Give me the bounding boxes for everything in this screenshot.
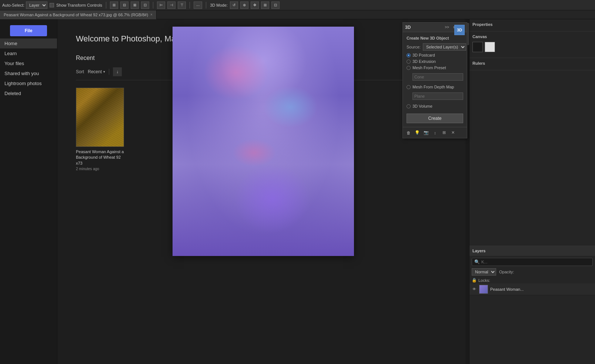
layers-search-input[interactable] (481, 260, 590, 264)
sidebar-item-deleted[interactable]: Deleted (0, 88, 57, 98)
source-select[interactable]: Selected Layer(s) (423, 43, 466, 51)
radio-mesh-depth-label: Mesh From Depth Map (412, 85, 454, 89)
panel-3d-title: 3D (405, 25, 411, 30)
sidebar-learn-label: Learn (4, 51, 17, 56)
radio-group: 3D Postcard 3D Extrusion Mesh From Prese… (407, 53, 463, 108)
properties-label: Properties (472, 22, 492, 27)
panel-footer-delete2-icon[interactable]: ✕ (449, 129, 456, 136)
radio-mesh-preset-circle (407, 66, 411, 70)
canvas-label: Canvas (472, 34, 487, 39)
sidebar-your-files-label: Your files (4, 61, 24, 66)
auto-select-label: Auto-Select: (2, 3, 24, 7)
right-panel: Properties Canvas Rulers Layers 🔍 Normal… (469, 19, 595, 364)
tab-bar: Peasant Woman Against a Background of Wh… (0, 10, 595, 19)
radio-3d-volume[interactable]: 3D Volume (407, 104, 463, 108)
radio-mesh-preset[interactable]: Mesh From Preset (407, 65, 463, 70)
3d-scale-btn[interactable]: ⊡ (271, 1, 280, 9)
properties-section: Properties (469, 19, 595, 31)
3d-roll-btn[interactable]: ⊕ (240, 1, 248, 9)
layers-panel: Layers 🔍 Normal Opacity: 🔒 Locks: 👁 Peas… (469, 246, 595, 364)
panel-footer-trash-icon[interactable]: 🗑 (405, 129, 412, 136)
radio-3d-volume-circle (407, 104, 411, 108)
radio-3d-postcard[interactable]: 3D Postcard (407, 53, 463, 57)
sort-dropdown[interactable]: Recent ▾ (88, 69, 105, 74)
panel-footer-light-icon[interactable]: 💡 (414, 129, 421, 136)
separator-3 (190, 2, 190, 9)
source-row: Source: Selected Layer(s) (407, 43, 463, 51)
radio-3d-extrusion[interactable]: 3D Extrusion (407, 59, 463, 64)
file-card-time-1: 2 minutes ago (76, 167, 124, 171)
sidebar-shared-label: Shared with you (4, 71, 39, 76)
sidebar-item-lightroom[interactable]: Lightroom photos (0, 78, 57, 88)
layers-search[interactable]: 🔍 (472, 258, 593, 266)
3d-slide-btn[interactable]: ⊞ (261, 1, 269, 9)
lock-icon: 🔒 (472, 278, 477, 283)
sidebar-item-learn[interactable]: Learn (0, 48, 57, 58)
more-options-btn[interactable]: ... (194, 1, 202, 9)
sidebar-deleted-label: Deleted (4, 91, 21, 96)
align-btn-2[interactable]: ⊟ (120, 1, 128, 9)
layer-dropdown[interactable]: Layer (26, 1, 47, 9)
file-grid: Peasant Woman Against a Background of Wh… (76, 88, 451, 171)
layer-item-1[interactable]: 👁 Peasant Woman... (469, 283, 595, 295)
align-btn-5[interactable]: ⊢ (157, 1, 165, 9)
file-card-1[interactable]: Peasant Woman Against a Background of Wh… (76, 88, 124, 171)
file-tab[interactable]: Peasant Woman Against a Background of Wh… (0, 10, 157, 19)
align-btn-1[interactable]: ⊞ (110, 1, 118, 9)
layers-lock-row: 🔒 Locks: (469, 277, 595, 283)
background-color[interactable] (485, 42, 495, 52)
opacity-label: Opacity: (499, 270, 514, 274)
sidebar-home-label: Home (4, 41, 17, 46)
align-btn-3[interactable]: ⊠ (131, 1, 139, 9)
align-btn-4[interactable]: ⊡ (141, 1, 149, 9)
layer-thumbnail (479, 285, 488, 294)
recent-section: Recent Sort Recent ▾ ↓ Peasant Woman Aga… (76, 55, 451, 171)
blend-mode-dropdown[interactable]: Normal (472, 268, 496, 276)
canvas-section: Canvas (469, 31, 595, 58)
panel-footer-camera-icon[interactable]: 📷 (423, 129, 429, 136)
radio-mesh-preset-label: Mesh From Preset (412, 65, 446, 70)
sidebar-item-home[interactable]: Home (0, 38, 57, 48)
file-tab-close[interactable]: × (150, 13, 153, 17)
layers-title: Layers (472, 249, 485, 253)
radio-3d-extrusion-circle (407, 60, 411, 64)
rulers-section: Rulers (469, 58, 595, 70)
panel-footer-move-icon[interactable]: ↕ (432, 129, 438, 136)
panel-expand-icon[interactable]: >> (444, 24, 450, 30)
show-transform-label: Show Transform Controls (56, 3, 102, 7)
rulers-header: Rulers (472, 61, 592, 65)
separator-2 (153, 2, 153, 9)
show-transform-checkbox[interactable] (50, 3, 54, 7)
layers-header: Layers (469, 246, 595, 256)
sidebar-item-your-files[interactable]: Your files (0, 58, 57, 68)
panel-3d: 3D >> ≡ × 3D Create New 3D Object Source… (402, 22, 467, 138)
layer-visibility-icon[interactable]: 👁 (472, 287, 477, 292)
create-button[interactable]: Create (407, 114, 463, 123)
align-btn-6[interactable]: ⊣ (167, 1, 176, 9)
sort-bar: Sort Recent ▾ ↓ (76, 67, 451, 80)
align-btn-7[interactable]: ⊤ (178, 1, 186, 9)
file-button[interactable]: File (10, 25, 47, 36)
file-card-title-1: Peasant Woman Against a Background of Wh… (76, 149, 124, 166)
foreground-color[interactable] (472, 42, 483, 52)
file-tab-label: Peasant Woman Against a Background of Wh… (4, 13, 148, 17)
canvas-header: Canvas (472, 34, 592, 39)
3d-mode-label: 3D Mode: (210, 3, 228, 7)
sort-icon-btn-down[interactable]: ↓ (113, 67, 122, 76)
source-label: Source: (407, 45, 421, 49)
preset-input[interactable] (412, 73, 463, 81)
radio-3d-postcard-circle (407, 53, 411, 57)
radio-mesh-depth[interactable]: Mesh From Depth Map (407, 85, 463, 89)
panel-footer-render-icon[interactable]: ⊞ (441, 129, 447, 136)
sidebar-item-shared[interactable]: Shared with you (0, 68, 57, 78)
3d-rotate-btn[interactable]: ↺ (230, 1, 238, 9)
panel-footer: 🗑 💡 📷 ↕ ⊞ ✕ (403, 127, 467, 138)
sort-arrow-icon: ▾ (103, 70, 105, 74)
radio-mesh-depth-circle (407, 85, 411, 89)
plane-input[interactable] (412, 92, 463, 100)
properties-header: Properties (472, 22, 592, 27)
3d-pan-btn[interactable]: ✥ (251, 1, 259, 9)
locks-label: Locks: (478, 278, 490, 283)
welcome-title: Welcome to Photoshop, Matt (76, 34, 451, 44)
rulers-label: Rulers (472, 61, 485, 65)
